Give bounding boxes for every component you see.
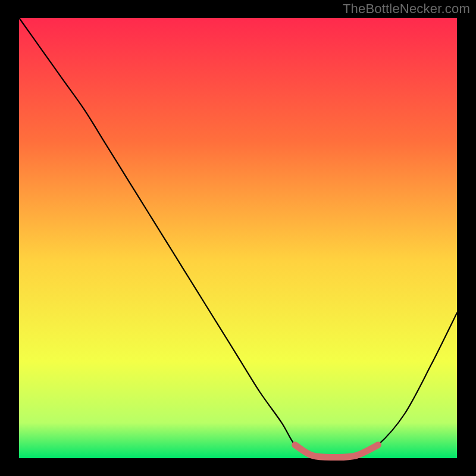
bottleneck-chart: [0, 0, 476, 476]
plot-background: [19, 18, 457, 458]
watermark-text: TheBottleNecker.com: [343, 1, 470, 17]
chart-frame: TheBottleNecker.com: [0, 0, 476, 476]
